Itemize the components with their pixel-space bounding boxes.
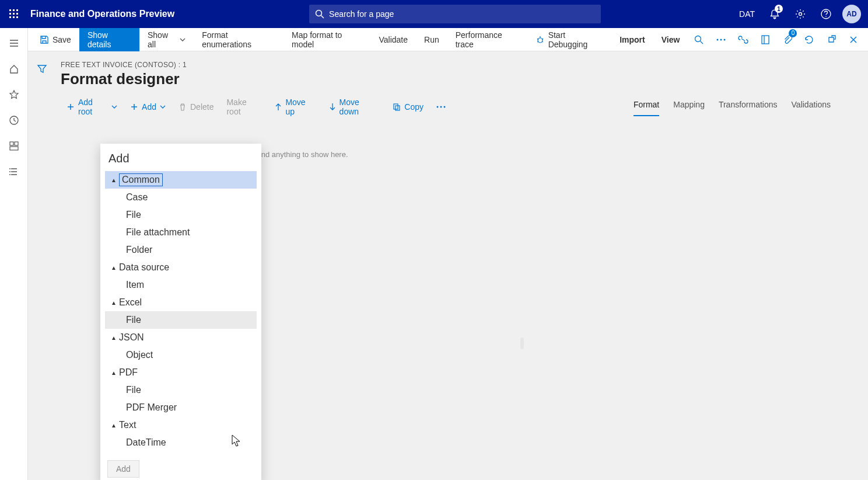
- tree-label: Folder: [126, 245, 152, 255]
- perf-trace-button[interactable]: Performance trace: [447, 28, 527, 51]
- tab-transformations[interactable]: Transformations: [719, 98, 778, 116]
- view-button[interactable]: View: [653, 28, 688, 51]
- plus-icon: [66, 103, 75, 111]
- hamburger-button[interactable]: [2, 34, 26, 53]
- import-label: Import: [620, 35, 645, 44]
- add-root-button[interactable]: Add root: [61, 98, 123, 116]
- notifications-button[interactable]: 1: [763, 0, 786, 28]
- settings-button[interactable]: [789, 0, 812, 28]
- show-all-button[interactable]: Show all: [139, 28, 194, 51]
- popup-add-button[interactable]: Add: [107, 460, 139, 478]
- start-debugging-button[interactable]: Start Debugging: [527, 28, 612, 51]
- tree-group-common[interactable]: ▲Common: [105, 171, 257, 189]
- popup-tree[interactable]: ▲Common Case File File attachment Folder…: [100, 171, 261, 454]
- company-label[interactable]: DAT: [736, 9, 761, 19]
- recent-button[interactable]: [2, 111, 26, 130]
- add-popup: Add ▲Common Case File File attachment Fo…: [100, 144, 261, 480]
- chevron-down-icon: [111, 104, 117, 110]
- search-input[interactable]: Search for a page: [309, 5, 601, 23]
- tree-item[interactable]: File: [105, 381, 257, 399]
- tree-label: File attachment: [126, 227, 190, 238]
- options-button[interactable]: [732, 28, 754, 51]
- add-button[interactable]: Add: [124, 98, 172, 116]
- app-launcher-icon[interactable]: [5, 5, 23, 23]
- tree-item[interactable]: Object: [105, 346, 257, 364]
- close-icon: [849, 36, 858, 44]
- tree-group-pdf[interactable]: ▲PDF: [105, 364, 257, 381]
- svg-line-23: [701, 41, 704, 44]
- svg-point-20: [9, 174, 10, 175]
- pane-button[interactable]: [754, 28, 776, 51]
- show-details-label: Show details: [88, 30, 131, 49]
- tree-label: File: [126, 315, 141, 325]
- tree-item[interactable]: PDF Merger: [105, 399, 257, 416]
- tree-item[interactable]: Item: [105, 276, 257, 294]
- tree-group-text[interactable]: ▲Text: [105, 416, 257, 434]
- breadcrumb: FREE TEXT INVOICE (CONTOSO) : 1: [61, 61, 854, 69]
- tree-group-json[interactable]: ▲JSON: [105, 329, 257, 346]
- copy-button[interactable]: Copy: [387, 98, 429, 116]
- svg-rect-7: [13, 16, 15, 18]
- star-icon: [9, 89, 19, 100]
- svg-rect-0: [9, 9, 11, 11]
- grid-icon: [9, 141, 19, 151]
- search-action-button[interactable]: [688, 28, 710, 51]
- save-button[interactable]: Save: [32, 28, 79, 51]
- favorites-button[interactable]: [2, 85, 26, 104]
- run-button[interactable]: Run: [416, 28, 447, 51]
- topnav-right: DAT 1 AD: [736, 0, 863, 28]
- search-icon: [315, 9, 324, 19]
- tree-label: Object: [126, 350, 153, 360]
- close-button[interactable]: [842, 28, 864, 51]
- make-root-button[interactable]: Make root: [220, 98, 268, 116]
- splitter-handle[interactable]: [520, 338, 524, 349]
- move-down-button[interactable]: Move down: [323, 98, 386, 116]
- toolbar-more-button[interactable]: [430, 98, 452, 116]
- help-button[interactable]: [814, 0, 838, 28]
- format-enumerations-button[interactable]: Format enumerations: [194, 28, 284, 51]
- delete-button[interactable]: Delete: [173, 98, 219, 116]
- show-all-label: Show all: [148, 30, 176, 49]
- svg-point-26: [724, 39, 726, 40]
- tree-item[interactable]: Case: [105, 189, 257, 206]
- move-up-button[interactable]: Move up: [269, 98, 321, 116]
- tree-group-data-source[interactable]: ▲Data source: [105, 259, 257, 276]
- tree-item[interactable]: Folder: [105, 241, 257, 259]
- more-actions-button[interactable]: [710, 28, 732, 51]
- workspaces-button[interactable]: [2, 137, 26, 155]
- tab-format[interactable]: Format: [634, 98, 659, 116]
- filter-button[interactable]: [33, 60, 51, 78]
- home-button[interactable]: [2, 60, 26, 78]
- tab-validations[interactable]: Validations: [792, 98, 831, 116]
- move-down-label: Move down: [340, 98, 380, 116]
- tree-group-excel[interactable]: ▲Excel: [105, 294, 257, 311]
- tab-mapping[interactable]: Mapping: [673, 98, 705, 116]
- copy-label: Copy: [404, 102, 424, 112]
- tree-item[interactable]: DateTime: [105, 434, 257, 451]
- attachments-button[interactable]: 0: [776, 28, 799, 51]
- search-icon: [694, 35, 704, 44]
- svg-rect-8: [16, 16, 18, 18]
- tree-item[interactable]: File attachment: [105, 224, 257, 241]
- tree-item[interactable]: Numeric: [105, 451, 257, 454]
- tree-label: Data source: [119, 262, 169, 273]
- tree-item[interactable]: File: [105, 206, 257, 224]
- trash-icon: [178, 103, 187, 111]
- save-label: Save: [52, 35, 71, 44]
- modules-button[interactable]: [2, 162, 26, 181]
- top-navigation: Finance and Operations Preview Search fo…: [0, 0, 868, 28]
- menu-icon: [9, 38, 19, 48]
- import-button[interactable]: Import: [611, 28, 653, 51]
- show-details-button[interactable]: Show details: [79, 28, 139, 51]
- ellipsis-icon: [436, 106, 446, 108]
- avatar[interactable]: AD: [842, 5, 861, 23]
- svg-point-19: [9, 171, 10, 172]
- refresh-button[interactable]: [798, 28, 820, 51]
- map-format-button[interactable]: Map format to model: [284, 28, 370, 51]
- svg-point-31: [440, 106, 442, 108]
- svg-point-24: [717, 39, 719, 40]
- validate-button[interactable]: Validate: [370, 28, 416, 51]
- popout-button[interactable]: [820, 28, 842, 51]
- tree-item-excel-file[interactable]: File: [105, 311, 257, 329]
- page-title: Format designer: [61, 70, 854, 88]
